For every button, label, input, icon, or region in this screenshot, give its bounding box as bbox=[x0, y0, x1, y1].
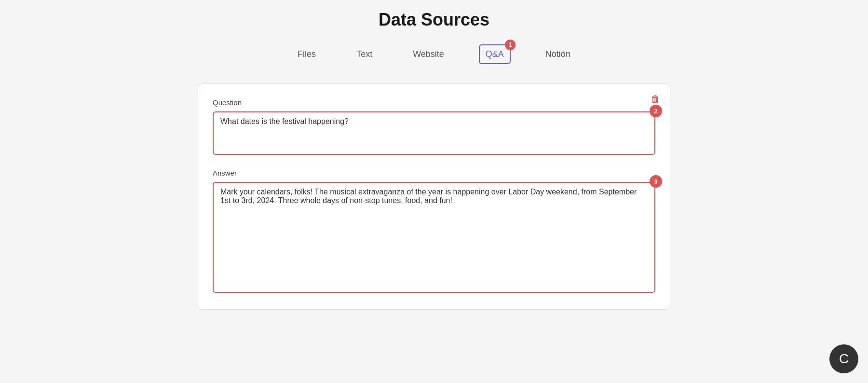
page-title: Data Sources bbox=[379, 10, 489, 30]
question-input[interactable] bbox=[213, 111, 655, 155]
answer-label: Answer bbox=[213, 169, 655, 177]
answer-badge: 3 bbox=[650, 175, 662, 188]
question-label: Question bbox=[213, 98, 655, 107]
tab-website[interactable]: Website bbox=[407, 45, 450, 63]
question-badge: 2 bbox=[650, 105, 662, 117]
chat-bubble[interactable]: C bbox=[829, 344, 858, 373]
answer-input[interactable] bbox=[213, 182, 655, 293]
question-container: 2 bbox=[213, 111, 655, 157]
tab-qna-badge: 1 bbox=[505, 40, 515, 50]
qna-card: 🗑 Question 2 Answer 3 bbox=[198, 83, 670, 310]
tab-qna[interactable]: Q&A 1 bbox=[479, 44, 511, 64]
delete-icon[interactable]: 🗑 bbox=[651, 94, 660, 105]
tabs-nav: Files Text Website Q&A 1 Notion bbox=[292, 44, 576, 64]
tab-notion[interactable]: Notion bbox=[540, 45, 576, 63]
tab-text[interactable]: Text bbox=[351, 45, 378, 63]
tab-files[interactable]: Files bbox=[292, 45, 322, 63]
answer-container: 3 bbox=[213, 182, 655, 295]
